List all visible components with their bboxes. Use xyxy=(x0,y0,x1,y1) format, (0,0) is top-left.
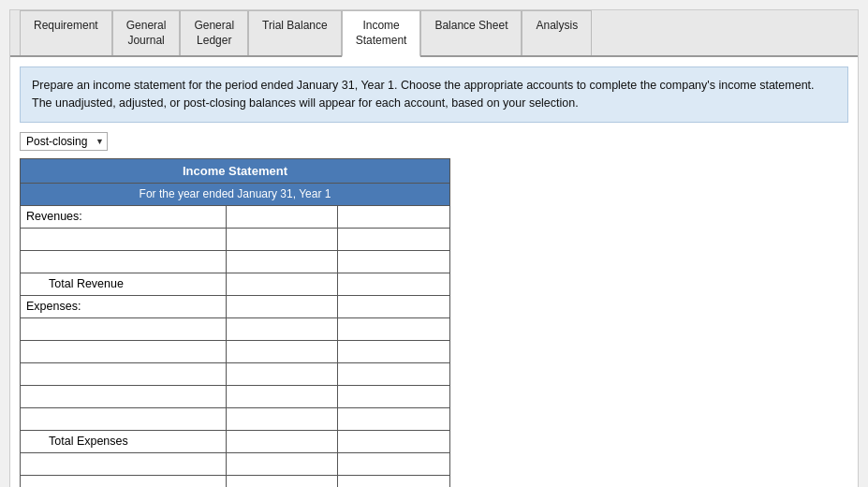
expenses-amount-header xyxy=(226,295,338,317)
table-title-row: Income Statement xyxy=(21,158,450,183)
table-subtitle-cell: For the year ended January 31, Year 1 xyxy=(21,183,450,205)
table-title-cell: Income Statement xyxy=(21,158,450,183)
total-expenses-amount xyxy=(226,430,338,452)
tab-general-ledger[interactable]: General Ledger xyxy=(180,10,248,55)
revenue-1-amount[interactable] xyxy=(226,228,338,250)
expense-1-total xyxy=(338,317,450,340)
instruction-box: Prepare an income statement for the peri… xyxy=(20,66,848,123)
dropdown-row: Unadjusted Adjusted Post-closing xyxy=(20,132,848,151)
income-statement-table: Income Statement For the year ended Janu… xyxy=(20,158,450,487)
net-income-row-2 xyxy=(21,475,450,487)
balance-type-select[interactable]: Unadjusted Adjusted Post-closing xyxy=(20,132,108,151)
total-revenue-value xyxy=(338,273,450,295)
expense-row-2 xyxy=(21,340,450,362)
tab-bar: Requirement General Journal General Ledg… xyxy=(10,10,858,57)
net-income-2-total xyxy=(338,475,450,487)
revenues-amount-header xyxy=(226,205,338,228)
tab-balance-sheet[interactable]: Balance Sheet xyxy=(420,10,522,55)
revenue-row-1 xyxy=(21,228,450,250)
expense-row-3 xyxy=(21,362,450,385)
net-income-row-1 xyxy=(21,452,450,475)
expense-row-4 xyxy=(21,385,450,407)
expense-3-amount[interactable] xyxy=(226,362,338,385)
main-container: Requirement General Journal General Ledg… xyxy=(9,9,859,487)
income-statement-table-area: Income Statement For the year ended Janu… xyxy=(20,158,848,487)
expense-3-total xyxy=(338,362,450,385)
tab-trial-balance[interactable]: Trial Balance xyxy=(248,10,342,55)
revenues-total-header xyxy=(338,205,450,228)
net-income-2-label[interactable] xyxy=(21,475,227,487)
tab-analysis[interactable]: Analysis xyxy=(522,10,592,55)
expense-4-amount[interactable] xyxy=(226,385,338,407)
revenue-1-label[interactable] xyxy=(21,228,227,250)
revenues-label-row: Revenues: xyxy=(21,205,450,228)
expenses-total-header xyxy=(338,295,450,317)
revenue-2-total xyxy=(338,250,450,273)
table-subtitle-row: For the year ended January 31, Year 1 xyxy=(21,183,450,205)
revenue-2-amount[interactable] xyxy=(226,250,338,273)
expense-5-amount[interactable] xyxy=(226,407,338,430)
expenses-label: Expenses: xyxy=(21,295,227,317)
tab-general-journal[interactable]: General Journal xyxy=(112,10,181,55)
expense-row-1 xyxy=(21,317,450,340)
expense-1-amount[interactable] xyxy=(226,317,338,340)
revenue-1-total xyxy=(338,228,450,250)
net-income-1-total xyxy=(338,452,450,475)
expense-5-label[interactable] xyxy=(21,407,227,430)
total-revenue-amount xyxy=(226,273,338,295)
net-income-2-amount[interactable] xyxy=(226,475,338,487)
expense-5-total xyxy=(338,407,450,430)
expense-3-label[interactable] xyxy=(21,362,227,385)
total-revenue-row: Total Revenue xyxy=(21,273,450,295)
total-expenses-row: Total Expenses xyxy=(21,430,450,452)
total-expenses-label: Total Expenses xyxy=(21,430,227,452)
balance-type-select-wrapper[interactable]: Unadjusted Adjusted Post-closing xyxy=(20,132,108,151)
revenues-label: Revenues: xyxy=(21,205,227,228)
expense-2-total xyxy=(338,340,450,362)
expense-2-amount[interactable] xyxy=(226,340,338,362)
net-income-1-label[interactable] xyxy=(21,452,227,475)
revenue-2-label[interactable] xyxy=(21,250,227,273)
tab-income-statement[interactable]: Income Statement xyxy=(342,10,421,57)
total-revenue-label: Total Revenue xyxy=(21,273,227,295)
tab-requirement[interactable]: Requirement xyxy=(20,10,112,55)
expense-row-5 xyxy=(21,407,450,430)
expense-4-label[interactable] xyxy=(21,385,227,407)
total-expenses-value xyxy=(338,430,450,452)
expense-2-label[interactable] xyxy=(21,340,227,362)
net-income-1-amount[interactable] xyxy=(226,452,338,475)
expense-1-label[interactable] xyxy=(21,317,227,340)
expense-4-total xyxy=(338,385,450,407)
instruction-text: Prepare an income statement for the peri… xyxy=(32,79,815,110)
revenue-row-2 xyxy=(21,250,450,273)
expenses-label-row: Expenses: xyxy=(21,295,450,317)
